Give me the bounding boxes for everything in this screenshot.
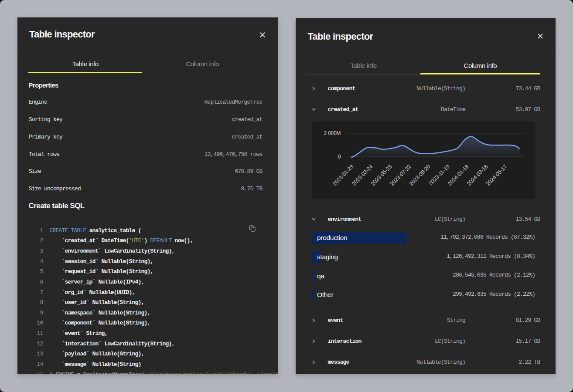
svg-text:2 000M: 2 000M — [324, 130, 341, 136]
svg-text:0: 0 — [338, 154, 341, 160]
svg-text:2024-05-17: 2024-05-17 — [484, 163, 508, 187]
